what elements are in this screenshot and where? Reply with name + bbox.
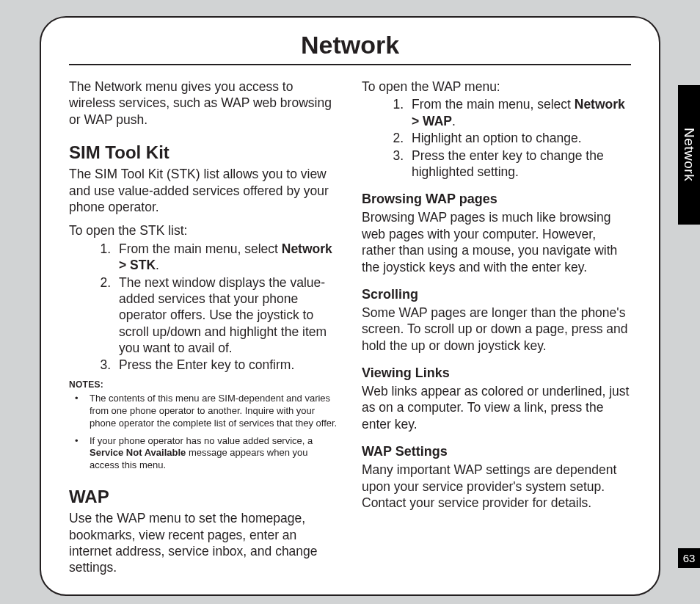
heading-wap: WAP [69, 487, 338, 507]
stk-lead: To open the STK list: [69, 222, 338, 239]
scrolling-body: Some WAP pages are longer than the phone… [362, 305, 631, 354]
notes-label: NOTES: [69, 379, 338, 390]
wap-step-1: From the main menu, select Network > WAP… [407, 96, 631, 129]
stk-steps: From the main menu, select Network > STK… [114, 241, 338, 374]
side-tab-label: Network [681, 128, 697, 181]
note-2: If your phone operator has no value adde… [69, 435, 338, 473]
heading-wap-settings: WAP Settings [362, 444, 631, 459]
notes-list: The contents of this menu are SIM-depend… [69, 393, 338, 472]
settings-body: Many important WAP settings are dependen… [362, 462, 631, 511]
right-column: To open the WAP menu: From the main menu… [362, 79, 631, 583]
side-tab: Network [678, 85, 700, 225]
wap-open-lead: To open the WAP menu: [362, 79, 631, 95]
left-column: The Network menu gives you access to wir… [69, 79, 338, 583]
heading-scrolling: Scrolling [362, 287, 631, 302]
page-number-box: 63 [678, 548, 700, 568]
stk-step-1: From the main menu, select Network > STK… [114, 241, 338, 274]
content-columns: The Network menu gives you access to wir… [69, 79, 631, 583]
note-1: The contents of this menu are SIM-depend… [69, 393, 338, 430]
wap-description: Use the WAP menu to set the homepage, bo… [69, 510, 338, 576]
browsing-body: Browsing WAP pages is much like browsing… [362, 209, 631, 275]
stk-description: The SIM Tool Kit (STK) list allows you t… [69, 166, 338, 215]
intro-paragraph: The Network menu gives you access to wir… [69, 79, 338, 128]
wap-open-steps: From the main menu, select Network > WAP… [407, 96, 631, 180]
stk-step-3: Press the Enter key to confirm. [114, 357, 338, 373]
manual-page: Network The Network menu gives you acces… [40, 16, 660, 596]
wap-step-2: Highlight an option to change. [407, 130, 631, 146]
stk-step-2: The next window displays the value-added… [114, 274, 338, 357]
heading-browsing: Browsing WAP pages [362, 192, 631, 207]
heading-sim-tool-kit: SIM Tool Kit [69, 142, 338, 163]
heading-viewing-links: Viewing Links [362, 365, 631, 381]
wap-step-3: Press the enter key to change the highli… [407, 148, 631, 181]
page-number: 63 [683, 552, 696, 564]
page-title: Network [69, 31, 631, 65]
links-body: Web links appear as colored or underline… [362, 383, 631, 432]
